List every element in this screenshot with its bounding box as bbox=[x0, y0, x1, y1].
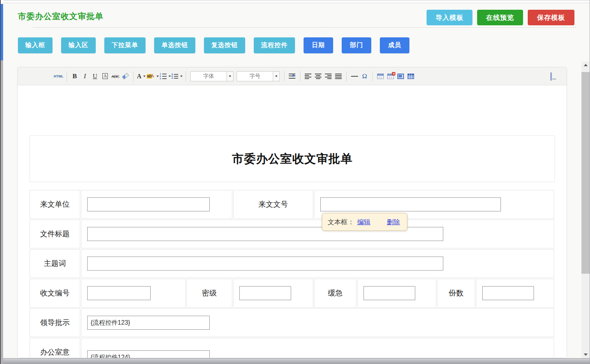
sliver-top bbox=[1, 0, 3, 4]
underline-icon[interactable]: U bbox=[90, 71, 100, 81]
scrollbar-thumb[interactable] bbox=[581, 72, 590, 274]
component-toolbar: 输入框输入区下拉菜单单选按钮复选按钮流程控件日期部门成员 bbox=[18, 37, 409, 53]
add-input-box-button[interactable]: 输入框 bbox=[18, 37, 53, 53]
field-label: 领导批示 bbox=[40, 318, 70, 327]
add-flow-control-button[interactable]: 流程控件 bbox=[254, 37, 295, 53]
add-department-button[interactable]: 部门 bbox=[342, 37, 371, 53]
incoming-unit-input[interactable] bbox=[87, 197, 210, 211]
fullscreen-icon[interactable] bbox=[550, 71, 559, 81]
toolbar-separator bbox=[133, 71, 133, 81]
field-label: 来文单位 bbox=[40, 200, 70, 208]
arrow-down-icon bbox=[584, 353, 588, 358]
insert-table-icon[interactable] bbox=[376, 71, 385, 81]
font-color-icon[interactable]: A bbox=[137, 71, 146, 81]
page-title: 市委办公室收文审批单 bbox=[18, 11, 104, 22]
eraser-icon[interactable] bbox=[121, 71, 130, 81]
toolbar-separator bbox=[372, 71, 373, 81]
editor-document[interactable]: 市委办公室收文审批单 来文单位来文文号文件标题主题词收文编号密级缓急份数领导批示… bbox=[18, 85, 567, 358]
scroll-up-button[interactable] bbox=[581, 62, 590, 68]
table-row: 收文编号密级缓急份数 bbox=[30, 279, 554, 308]
font-family-select[interactable]: 字体 bbox=[190, 71, 234, 81]
field-label: 密级 bbox=[202, 289, 217, 297]
toolbar-separator bbox=[186, 71, 186, 81]
copies-input[interactable] bbox=[482, 286, 534, 300]
highlight-color-icon[interactable]: ab✎ bbox=[147, 71, 159, 81]
table-properties-icon[interactable] bbox=[396, 71, 406, 81]
form-title: 市委办公室收文审批单 bbox=[232, 151, 353, 167]
cell-properties-icon[interactable] bbox=[406, 71, 416, 81]
toolbar-separator bbox=[284, 71, 284, 81]
field-label: 收文编号 bbox=[40, 289, 70, 297]
unordered-list-icon[interactable] bbox=[172, 71, 183, 81]
form-title-box: 市委办公室收文审批单 bbox=[30, 135, 555, 182]
editor-toolbar: HTML B I U A ABC A ab✎ 1 2 3 bbox=[18, 67, 567, 85]
dropdown-caret-icon bbox=[180, 76, 183, 77]
field-label: 来文文号 bbox=[258, 200, 288, 208]
delete-table-icon[interactable] bbox=[386, 71, 395, 81]
add-radio-button[interactable]: 单选按钮 bbox=[154, 37, 195, 53]
app-window: 市委办公室收文审批单 导入模板在线预览保存模板 输入框输入区下拉菜单单选按钮复选… bbox=[0, 0, 590, 364]
dropdown-caret-icon bbox=[169, 76, 171, 77]
align-justify-icon[interactable] bbox=[334, 71, 343, 81]
ordered-list-icon[interactable]: 1 2 3 bbox=[160, 71, 171, 81]
window-bottom-bar bbox=[3, 358, 590, 364]
background-window-sliver bbox=[0, 0, 3, 364]
leader-instructions-input[interactable] bbox=[87, 316, 210, 330]
rich-text-editor: HTML B I U A ABC A ab✎ 1 2 3 bbox=[17, 67, 567, 358]
add-date-button[interactable]: 日期 bbox=[304, 37, 333, 53]
dropdown-caret-icon bbox=[156, 76, 159, 77]
add-dropdown-button[interactable]: 下拉菜单 bbox=[104, 37, 146, 53]
save-template-button[interactable]: 保存模板 bbox=[528, 10, 574, 25]
select-arrow-icon[interactable] bbox=[227, 72, 233, 81]
special-char-icon[interactable]: Ω bbox=[360, 71, 369, 81]
delete-control-link[interactable]: 删除 bbox=[387, 218, 400, 227]
office-opinion-input[interactable] bbox=[87, 350, 210, 358]
add-checkbox-button[interactable]: 复选按钮 bbox=[204, 37, 245, 53]
field-label: 文件标题 bbox=[40, 230, 70, 238]
urgency-input[interactable] bbox=[363, 286, 415, 300]
vertical-scrollbar[interactable] bbox=[581, 62, 590, 358]
horizontal-rule-icon[interactable] bbox=[350, 71, 359, 81]
edit-control-link[interactable]: 编辑 bbox=[357, 218, 371, 227]
incoming-doc-number-input[interactable] bbox=[320, 197, 501, 211]
align-right-icon[interactable] bbox=[324, 71, 333, 81]
field-label: 份数 bbox=[449, 289, 464, 297]
header-actions: 导入模板在线预览保存模板 bbox=[427, 10, 574, 25]
secrecy-level-input[interactable] bbox=[239, 286, 291, 300]
field-label: 缓急 bbox=[328, 289, 343, 297]
main-area: 市委办公室收文审批单 导入模板在线预览保存模板 输入框输入区下拉菜单单选按钮复选… bbox=[3, 3, 590, 364]
table-row: 主题词 bbox=[30, 249, 554, 278]
font-size-select[interactable]: 字号 bbox=[237, 71, 280, 81]
dropdown-caret-icon bbox=[143, 76, 146, 77]
source-code-icon[interactable]: HTML bbox=[54, 71, 63, 81]
online-preview-button[interactable]: 在线预览 bbox=[477, 10, 523, 25]
window-top-strip bbox=[3, 0, 590, 3]
import-template-button[interactable]: 导入模板 bbox=[427, 10, 472, 25]
scroll-down-button[interactable] bbox=[581, 352, 590, 358]
sliver-blue-segment bbox=[1, 4, 3, 60]
add-textarea-button[interactable]: 输入区 bbox=[61, 37, 96, 53]
form-table: 来文单位来文文号文件标题主题词收文编号密级缓急份数领导批示办公室意见 bbox=[29, 189, 555, 358]
toolbar-separator bbox=[300, 71, 300, 81]
control-tooltip: 文本框： 编辑 删除 bbox=[322, 213, 407, 231]
table-row: 领导批示 bbox=[30, 308, 554, 337]
subject-words-input[interactable] bbox=[87, 257, 443, 271]
receipt-number-input[interactable] bbox=[87, 286, 151, 300]
field-label: 主题词 bbox=[44, 259, 66, 267]
align-left-icon[interactable] bbox=[304, 71, 313, 81]
char-border-icon[interactable]: A bbox=[100, 71, 110, 81]
indent-icon[interactable] bbox=[288, 71, 297, 81]
header-divider bbox=[33, 27, 576, 28]
table-row: 来文单位来文文号 bbox=[30, 190, 554, 219]
strikethrough-icon[interactable]: ABC bbox=[111, 71, 120, 81]
arrow-up-icon bbox=[584, 62, 588, 66]
add-member-button[interactable]: 成员 bbox=[380, 37, 409, 53]
bold-icon[interactable]: B bbox=[70, 71, 79, 81]
toolbar-separator bbox=[67, 71, 67, 81]
select-arrow-icon[interactable] bbox=[273, 72, 279, 81]
table-row: 办公室意见 bbox=[30, 338, 554, 358]
field-label: 办公室意见 bbox=[38, 347, 72, 358]
italic-icon[interactable]: I bbox=[80, 71, 90, 81]
tooltip-label: 文本框： bbox=[328, 218, 354, 227]
align-center-icon[interactable] bbox=[314, 71, 323, 81]
